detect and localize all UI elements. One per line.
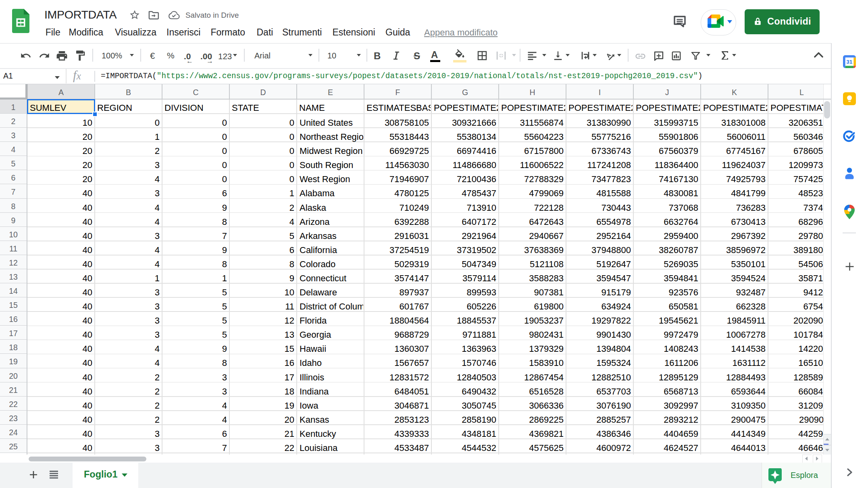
svg-text:31: 31 (846, 59, 853, 65)
